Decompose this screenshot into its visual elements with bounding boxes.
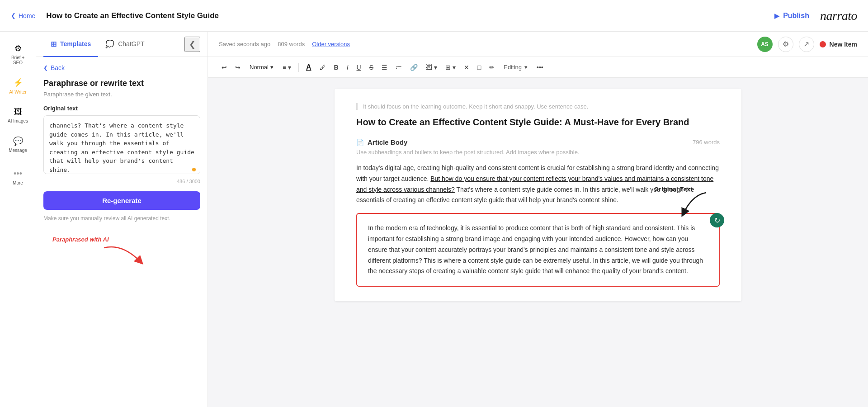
avatar: AS — [757, 37, 773, 52]
style-dropdown[interactable]: Normal ▾ — [246, 62, 277, 72]
undo-button[interactable]: ↩ — [219, 62, 230, 73]
tab-chatgpt[interactable]: 💭 ChatGPT — [98, 32, 151, 57]
editor-area: Saved seconds ago 809 words Older versio… — [208, 32, 868, 407]
editing-label: Editing — [504, 64, 522, 71]
sidebar-label-brief-seo: Brief + SEO — [7, 55, 29, 65]
sidebar-label-message: Message — [9, 148, 27, 153]
red-dot-icon — [820, 41, 826, 47]
refresh-button[interactable]: ↻ — [710, 213, 724, 227]
sidebar-label-ai-images: AI Images — [8, 118, 28, 123]
main-layout: ⚙ Brief + SEO ⚡ AI Writer 🖼 AI Images 💬 … — [0, 32, 868, 407]
image-icon: 🖼 — [14, 107, 22, 117]
sidebar-item-message[interactable]: 💬 Message — [4, 132, 33, 157]
tab-templates[interactable]: ⊞ Templates — [43, 32, 98, 57]
dot-indicator — [192, 168, 196, 171]
annotation-arrow-icon — [679, 190, 715, 218]
link-button[interactable]: 🔗 — [407, 62, 420, 73]
message-icon: 💬 — [13, 136, 23, 146]
panel-collapse-button[interactable]: ❮ — [184, 37, 200, 52]
saved-status: Saved seconds ago — [219, 41, 270, 47]
align-button[interactable]: ≡ ▾ — [280, 62, 294, 73]
icon-sidebar: ⚙ Brief + SEO ⚡ AI Writer 🖼 AI Images 💬 … — [0, 32, 36, 407]
heading-hint: It should focus on the learning outcome.… — [356, 103, 720, 110]
sidebar-label-more: More — [13, 180, 23, 185]
tab-chatgpt-label: ChatGPT — [118, 40, 144, 47]
editing-dropdown[interactable]: Editing ▾ — [500, 62, 531, 72]
back-link[interactable]: Back — [43, 64, 200, 71]
bold-button[interactable]: B — [331, 62, 341, 73]
sidebar-item-ai-writer[interactable]: ⚡ AI Writer — [4, 73, 33, 99]
body-text-1[interactable]: In today's digital age, creating high-qu… — [356, 163, 720, 206]
editor-topbar: Saved seconds ago 809 words Older versio… — [208, 32, 868, 57]
tab-templates-label: Templates — [60, 40, 91, 47]
doc-title: How to Create an Effective Content Style… — [46, 11, 774, 20]
text-color-button[interactable]: A — [303, 62, 314, 73]
settings-button[interactable]: ⚙ — [778, 37, 793, 52]
top-header: Home How to Create an Effective Content … — [0, 0, 868, 32]
original-text-input[interactable]: channels? That's where a content style g… — [43, 115, 200, 174]
chevron-down-icon: ▾ — [270, 64, 274, 71]
bullet-list-button[interactable]: ☰ — [379, 62, 390, 73]
older-versions-link[interactable]: Older versions — [312, 41, 350, 47]
italic-button[interactable]: I — [344, 62, 351, 73]
section-word-count: 796 words — [693, 139, 720, 146]
section-header: 📄 Article Body 796 words — [356, 138, 720, 146]
field-label-original-text: Original text — [43, 105, 200, 112]
chatgpt-icon: 💭 — [105, 40, 114, 48]
sidebar-item-ai-images[interactable]: 🖼 AI Images — [4, 103, 33, 128]
home-link[interactable]: Home — [11, 12, 35, 19]
textarea-wrapper: channels? That's where a content style g… — [43, 115, 200, 176]
table-button[interactable]: ⊞ ▾ — [443, 62, 458, 73]
image-button[interactable]: 🖼 ▾ — [423, 62, 440, 73]
topbar-right: AS ⚙ ↗ New Item — [757, 37, 857, 52]
sidebar-item-more[interactable]: ••• More — [4, 161, 33, 190]
document-icon: 📄 — [356, 139, 364, 146]
editor-toolbar: ↩ ↪ Normal ▾ ≡ ▾ A 🖊 B I U S ☰ ≔ 🔗 🖼 ▾ ⊞… — [208, 57, 868, 78]
clear-format-button[interactable]: ✕ — [461, 62, 472, 73]
panel-section-subtitle: Paraphrase the given text. — [43, 91, 200, 98]
gear-icon: ⚙ — [14, 43, 22, 53]
panel-section-title: Paraphrase or rewrite text — [43, 79, 200, 88]
highlight-button[interactable]: 🖊 — [317, 62, 329, 73]
editor-content: It should focus on the learning outcome.… — [208, 78, 868, 407]
chevron-down-icon-2: ▾ — [524, 64, 528, 71]
lightning-icon: ⚡ — [13, 78, 23, 88]
new-item-button[interactable]: New Item — [820, 41, 857, 48]
paraphrased-label: Paraphrased with AI — [52, 236, 109, 243]
article-heading[interactable]: How to Create an Effective Content Style… — [356, 117, 720, 128]
pencil-button[interactable]: ✏ — [486, 62, 497, 73]
publish-button[interactable]: Publish — [774, 12, 809, 20]
new-item-label: New Item — [830, 41, 857, 48]
panel-sidebar: ⊞ Templates 💭 ChatGPT ❮ Back Paraphrase … — [36, 32, 208, 407]
redo-button[interactable]: ↪ — [232, 62, 243, 73]
paraphrased-annotation: Paraphrased with AI — [43, 232, 200, 270]
curved-arrow-icon — [95, 243, 149, 270]
editor-page: It should focus on the learning outcome.… — [335, 89, 741, 301]
panel-tabs: ⊞ Templates 💭 ChatGPT ❮ — [36, 32, 208, 57]
section-hint: Use subheadings and bullets to keep the … — [356, 149, 720, 156]
section-label: 📄 Article Body — [356, 138, 407, 146]
panel-content: Back Paraphrase or rewrite text Paraphra… — [36, 57, 208, 407]
style-label: Normal — [250, 64, 269, 71]
section-title-text: Article Body — [368, 138, 407, 146]
strikethrough-button[interactable]: S — [367, 62, 376, 73]
paraphrased-section: Original Text In the modern era of techn… — [356, 213, 720, 287]
paraphrased-text-box[interactable]: In the modern era of technology, it is e… — [356, 213, 720, 287]
ai-note: Make sure you manually review all AI gen… — [43, 215, 200, 222]
toolbar-separator-1 — [298, 63, 299, 72]
regenerate-button[interactable]: Re-generate — [43, 191, 200, 210]
more-options-button[interactable]: ••• — [534, 62, 546, 73]
char-count: 486 / 3000 — [43, 179, 200, 184]
special-char-button[interactable]: □ — [475, 62, 484, 73]
templates-icon: ⊞ — [51, 40, 57, 48]
sidebar-item-brief-seo[interactable]: ⚙ Brief + SEO — [4, 39, 33, 70]
numbered-list-button[interactable]: ≔ — [393, 62, 405, 73]
underline-button[interactable]: U — [354, 62, 364, 73]
app-logo: narrato — [820, 9, 857, 23]
more-icon: ••• — [14, 169, 22, 179]
share-button[interactable]: ↗ — [799, 37, 814, 52]
word-count: 809 words — [278, 41, 305, 47]
sidebar-label-ai-writer: AI Writer — [9, 90, 27, 95]
